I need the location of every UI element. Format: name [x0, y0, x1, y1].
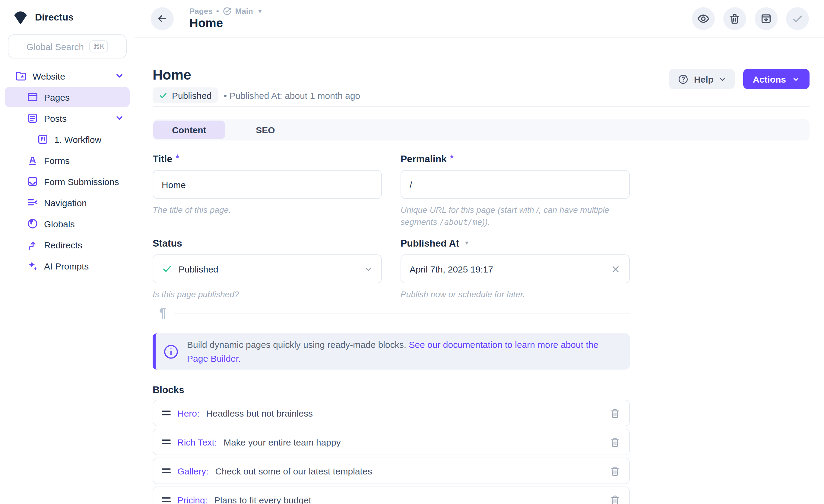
topbar-title-block: Pages • Main ▼ Home: [189, 7, 263, 30]
block-row-hero[interactable]: Hero: Headless but not brainless: [152, 400, 630, 426]
topbar-page-title: Home: [189, 16, 263, 30]
block-type-link[interactable]: Hero:: [177, 408, 199, 418]
chevron-down-icon[interactable]: [115, 114, 124, 122]
block-title: Check out some of our latest templates: [215, 466, 372, 476]
trash-icon[interactable]: [609, 436, 621, 448]
block-row-gallery[interactable]: Gallery: Check out some of our latest te…: [152, 458, 630, 484]
archive-button[interactable]: [755, 7, 778, 30]
sidebar-item-workflow[interactable]: 1. Workflow: [5, 129, 130, 149]
archive-icon: [760, 12, 772, 24]
field-title: Title ★ The title of this page.: [152, 153, 382, 229]
delete-button[interactable]: [723, 7, 746, 30]
required-star-icon: ★: [175, 151, 180, 162]
inbox-icon: [26, 175, 38, 187]
breadcrumb-separator: •: [216, 7, 219, 16]
sidebar: Directus Global Search ⌘K Website Pages: [0, 0, 135, 504]
sidebar-item-redirects[interactable]: Redirects: [5, 235, 130, 255]
redirect-icon: [26, 239, 38, 251]
sidebar-item-globals[interactable]: Globals: [5, 214, 130, 234]
sidebar-item-label: Redirects: [44, 240, 124, 250]
field-label: Permalink ★: [401, 153, 630, 164]
topbar-actions: [692, 7, 809, 30]
page-header-left: Home Published • Published At: about 1 m…: [152, 68, 360, 103]
permalink-input-wrap: [401, 170, 630, 199]
trash-icon[interactable]: [609, 407, 621, 419]
sparkles-icon: [26, 260, 38, 272]
info-banner: Build dynamic pages quickly using ready-…: [152, 334, 630, 370]
tab-content[interactable]: Content: [153, 121, 225, 139]
page-form: Title ★ The title of this page. Permalin…: [152, 153, 630, 300]
sidebar-item-navigation[interactable]: Navigation: [5, 192, 130, 213]
drag-handle-icon[interactable]: [162, 439, 171, 445]
field-label: Status: [152, 238, 382, 249]
sidebar-item-posts[interactable]: Posts: [5, 108, 130, 128]
sidebar-item-pages[interactable]: Pages: [5, 87, 130, 107]
chevron-down-icon[interactable]: [115, 72, 124, 80]
block-type-link[interactable]: Gallery:: [177, 466, 208, 476]
status-badge: Published: [152, 88, 218, 103]
kanban-icon: [37, 133, 49, 145]
status-select[interactable]: Published: [152, 254, 382, 283]
brand-row[interactable]: Directus: [0, 0, 134, 24]
field-label: Title ★: [152, 153, 382, 164]
block-type-link[interactable]: Rich Text:: [177, 437, 217, 447]
back-button[interactable]: [151, 7, 174, 30]
help-icon: [678, 73, 689, 85]
block-title: Plans to fit every budget: [214, 495, 311, 504]
page-header-right: Help Actions: [669, 69, 810, 89]
breadcrumb-version[interactable]: Main: [235, 7, 253, 16]
sidebar-item-ai-prompts[interactable]: AI Prompts: [5, 256, 130, 276]
document-icon: [26, 112, 38, 124]
block-row-pricing[interactable]: Pricing: Plans to fit every budget: [152, 487, 630, 504]
drag-handle-icon[interactable]: [162, 410, 171, 416]
divider-line: [174, 312, 630, 313]
check-icon: [791, 12, 804, 25]
sidebar-nav: Website Pages Posts: [0, 66, 134, 276]
divider-field: ¶: [152, 306, 630, 320]
permalink-input[interactable]: [410, 179, 621, 190]
sidebar-item-forms[interactable]: Forms: [5, 150, 130, 170]
breadcrumb-collection[interactable]: Pages: [189, 7, 213, 16]
block-title: Headless but not brainless: [206, 408, 313, 418]
menu-open-icon: [26, 197, 38, 209]
block-row-rich-text[interactable]: Rich Text: Make your entire team happy: [152, 429, 630, 455]
block-type-link[interactable]: Pricing:: [177, 495, 208, 504]
help-button[interactable]: Help: [669, 69, 735, 89]
title-input[interactable]: [162, 179, 373, 190]
sidebar-item-label: Pages: [44, 92, 124, 102]
page-header: Home Published • Published At: about 1 m…: [152, 68, 810, 103]
search-shortcut-badge: ⌘K: [89, 40, 108, 52]
save-button[interactable]: [786, 7, 809, 30]
drag-handle-icon[interactable]: [162, 468, 171, 474]
banner-text: Build dynamic pages quickly using ready-…: [187, 338, 620, 365]
check-icon: [162, 263, 173, 274]
globe-icon: [26, 218, 38, 230]
drag-handle-icon[interactable]: [162, 497, 171, 502]
sidebar-item-label: Navigation: [44, 198, 124, 208]
actions-button[interactable]: Actions: [743, 69, 810, 89]
tab-seo[interactable]: SEO: [225, 121, 306, 139]
global-search-input[interactable]: Global Search ⌘K: [8, 34, 127, 58]
sidebar-item-label: Forms: [44, 155, 124, 165]
sidebar-item-form-submissions[interactable]: Form Submissions: [5, 171, 130, 192]
sidebar-item-label: AI Prompts: [44, 261, 124, 271]
clear-icon[interactable]: [610, 264, 621, 274]
label-menu-icon[interactable]: ▼: [464, 238, 469, 249]
version-dropdown-icon[interactable]: ▼: [257, 8, 263, 14]
field-note: Unique URL for this page (start with /, …: [401, 204, 630, 229]
chevron-down-icon: [718, 75, 726, 83]
folder-star-icon: [15, 70, 27, 82]
directus-logo-icon: [13, 11, 28, 24]
sidebar-item-website[interactable]: Website: [5, 66, 130, 86]
header-divider: [152, 106, 810, 107]
breadcrumb[interactable]: Pages • Main ▼: [189, 7, 263, 16]
brand-name: Directus: [35, 12, 74, 23]
search-placeholder: Global Search: [26, 41, 84, 51]
published-at-input[interactable]: [410, 264, 610, 274]
status-value: Published: [179, 264, 218, 274]
info-icon: [163, 343, 179, 360]
preview-button[interactable]: [692, 7, 715, 30]
trash-icon[interactable]: [609, 494, 621, 504]
trash-icon[interactable]: [609, 465, 621, 477]
note-code: /about/me: [439, 218, 482, 227]
